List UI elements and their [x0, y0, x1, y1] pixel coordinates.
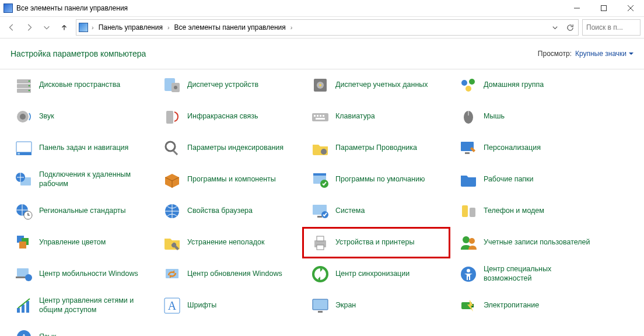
cp-item-indexing-options[interactable]: Параметры индексирования	[154, 132, 302, 164]
cp-item-default-programs[interactable]: Программы по умолчанию	[302, 164, 450, 195]
cp-item-programs-features[interactable]: Программы и компоненты	[154, 164, 302, 195]
printer-icon	[311, 233, 330, 252]
items-area: Дисковые пространстваДиспетчер устройств…	[0, 69, 644, 336]
cp-item-remote-app[interactable]: Подключения к удаленным рабочим	[6, 164, 154, 195]
cp-item-label: Центр мобильности Windows	[39, 270, 138, 279]
navigation-bar: › Панель управления › Все элементы панел…	[0, 17, 644, 38]
globe-clock-icon	[15, 202, 33, 220]
cp-item-disk-spaces[interactable]: Дисковые пространства	[6, 69, 154, 101]
control-panel-icon	[4, 4, 13, 13]
monitor-check-icon	[311, 202, 330, 220]
cp-item-label: Центр обновления Windows	[187, 270, 282, 279]
cp-item-label: Экран	[335, 301, 356, 310]
cp-item-label: Подключения к удаленным рабочим	[39, 170, 148, 188]
folder-gear-icon	[311, 139, 330, 158]
cp-item-label: Устранение неполадок	[187, 238, 264, 247]
cp-item-label: Звук	[39, 112, 54, 121]
cp-item-phone-modem[interactable]: Телефон и модем	[450, 195, 598, 227]
minimize-button[interactable]	[564, 0, 590, 16]
folder-blue-icon	[459, 170, 478, 189]
cp-item-region[interactable]: Региональные стандарты	[6, 195, 154, 227]
address-dropdown-button[interactable]	[548, 20, 562, 34]
cp-item-power-options[interactable]: Электропитание	[450, 290, 598, 321]
ir-device-icon	[163, 107, 181, 126]
refresh-button[interactable]	[563, 20, 577, 34]
cp-item-infrared[interactable]: Инфракрасная связь	[154, 101, 302, 132]
cp-item-internet-options[interactable]: Свойства браузера	[154, 195, 302, 227]
cp-item-label: Диспетчер учетных данных	[335, 80, 428, 90]
folder-wrench-icon	[163, 233, 181, 252]
cp-item-label: Управление цветом	[39, 238, 106, 247]
cp-item-label: Устройства и принтеры	[335, 238, 414, 247]
cp-item-label: Панель задач и навигация	[39, 144, 128, 153]
subheader: Настройка параметров компьютера Просмотр…	[0, 38, 644, 69]
cp-item-devices-printers[interactable]: Устройства и принтеры	[302, 227, 450, 258]
cp-item-ease-of-access[interactable]: Центр специальных возможностей	[450, 258, 598, 290]
cp-item-device-manager[interactable]: Диспетчер устройств	[154, 69, 302, 101]
cp-item-label: Центр синхронизации	[335, 270, 410, 279]
up-button[interactable]	[56, 19, 72, 36]
maximize-button[interactable]	[590, 0, 617, 16]
molecule-icon	[459, 76, 478, 94]
cp-item-display[interactable]: Экран	[302, 290, 450, 321]
items-grid: Дисковые пространстваДиспетчер устройств…	[6, 69, 640, 336]
control-panel-address-icon	[79, 23, 88, 32]
cp-item-language[interactable]: Язык	[6, 321, 154, 336]
cp-item-network-sharing[interactable]: Центр управления сетями и общим доступом	[6, 290, 154, 321]
mobility-icon	[15, 265, 33, 284]
safe-icon	[311, 76, 330, 94]
cp-item-sync-center[interactable]: Центр синхронизации	[302, 258, 450, 290]
cp-item-windows-update[interactable]: Центр обновления Windows	[154, 258, 302, 290]
forward-button[interactable]	[21, 19, 37, 36]
back-button[interactable]	[4, 19, 20, 36]
close-button[interactable]	[617, 0, 644, 16]
cp-item-label: Клавиатура	[335, 112, 375, 121]
cp-item-color-management[interactable]: Управление цветом	[6, 227, 154, 258]
cp-item-label: Центр управления сетями и общим доступом	[39, 296, 148, 314]
cp-item-personalization[interactable]: Персонализация	[450, 132, 598, 164]
cp-item-system[interactable]: Система	[302, 195, 450, 227]
chevron-right-icon[interactable]: ›	[166, 24, 171, 31]
view-value: Крупные значки	[575, 50, 626, 58]
breadcrumb-root[interactable]: Панель управления	[97, 23, 164, 32]
search-input[interactable]	[585, 23, 638, 32]
battery-plug-icon	[459, 296, 478, 315]
cp-item-label: Инфракрасная связь	[187, 112, 258, 121]
ease-icon	[459, 265, 478, 284]
cp-item-mobility-center[interactable]: Центр мобильности Windows	[6, 258, 154, 290]
breadcrumb-current[interactable]: Все элементы панели управления	[173, 23, 287, 32]
cp-item-sound[interactable]: Звук	[6, 101, 154, 132]
cp-item-taskbar-navigation[interactable]: Панель задач и навигация	[6, 132, 154, 164]
cp-item-user-accounts[interactable]: Учетные записи пользователей	[450, 227, 598, 258]
cp-item-label: Программы и компоненты	[187, 175, 276, 184]
chevron-down-icon	[629, 51, 634, 56]
keyboard-icon	[311, 107, 330, 126]
cp-item-label: Телефон и модем	[484, 206, 544, 216]
cp-item-mouse[interactable]: Мышь	[450, 101, 598, 132]
view-label: Просмотр:	[538, 50, 572, 58]
magnifier-icon	[163, 139, 181, 158]
cp-item-label: Центр специальных возможностей	[484, 265, 592, 283]
chevron-right-icon[interactable]: ›	[90, 24, 95, 31]
font-a-icon	[163, 296, 181, 315]
cp-item-troubleshooting[interactable]: Устранение неполадок	[154, 227, 302, 258]
cp-item-label: Учетные записи пользователей	[484, 238, 590, 247]
stacked-drives-icon	[15, 76, 33, 94]
window-check-icon	[311, 170, 330, 189]
address-bar[interactable]: › Панель управления › Все элементы панел…	[76, 19, 579, 36]
cp-item-work-folders[interactable]: Рабочие папки	[450, 164, 598, 195]
cp-item-keyboard[interactable]: Клавиатура	[302, 101, 450, 132]
cp-item-label: Шрифты	[187, 301, 216, 310]
cp-item-explorer-options[interactable]: Параметры Проводника	[302, 132, 450, 164]
cp-item-label: Домашняя группа	[484, 80, 544, 90]
view-selector[interactable]: Крупные значки	[575, 50, 634, 58]
search-box[interactable]	[582, 19, 640, 36]
chevron-right-icon[interactable]: ›	[289, 24, 294, 31]
cp-item-credential-manager[interactable]: Диспетчер учетных данных	[302, 69, 450, 101]
cp-item-homegroup[interactable]: Домашняя группа	[450, 69, 598, 101]
globe-icon	[163, 202, 181, 220]
device-tree-icon	[163, 76, 181, 94]
cp-item-fonts[interactable]: Шрифты	[154, 290, 302, 321]
cp-item-label: Региональные стандарты	[39, 206, 126, 216]
recent-locations-button[interactable]	[38, 19, 55, 36]
